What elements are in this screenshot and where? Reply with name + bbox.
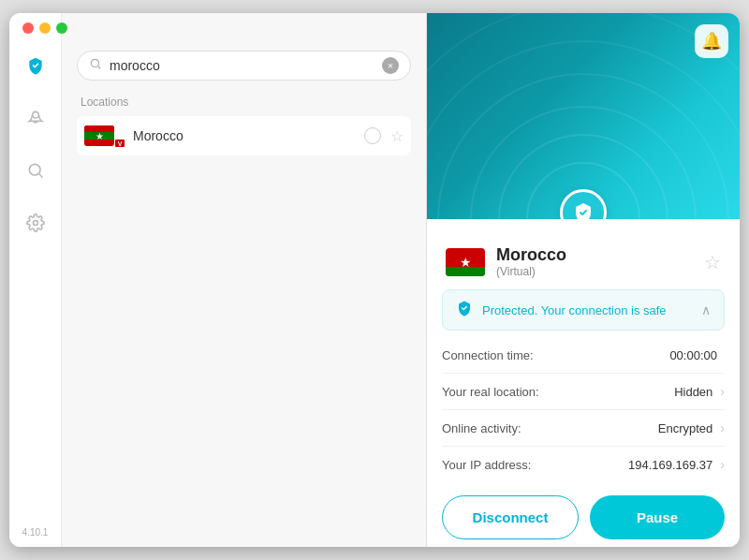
ip-address-label: Your IP address:: [442, 458, 628, 472]
location-flag-large: ★: [446, 248, 485, 276]
online-activity-label: Online activity:: [442, 421, 658, 435]
minimize-dot[interactable]: [39, 22, 51, 34]
disconnect-button[interactable]: Disconnect: [442, 495, 579, 539]
svg-point-1: [29, 164, 40, 175]
chevron-right-icon-2: ›: [720, 420, 725, 435]
ip-address-value: 194.169.169.37: [628, 458, 712, 472]
location-name: Morocco: [133, 128, 364, 143]
sidebar-item-settings[interactable]: [21, 208, 51, 238]
location-radio[interactable]: [364, 127, 381, 144]
sidebar: 4.10.1: [9, 13, 62, 547]
right-panel: 🔔 ★ Morocco (Virtual) ☆: [427, 13, 740, 547]
favorite-large-button[interactable]: ☆: [704, 251, 721, 273]
titlebar: [22, 22, 67, 34]
chevron-up-icon: ∧: [701, 302, 711, 317]
search-icon: [89, 57, 102, 74]
search-input[interactable]: [110, 58, 382, 73]
status-bar[interactable]: Protected. Your connection is safe ∧: [442, 289, 725, 331]
real-location-row[interactable]: Your real location: Hidden ›: [442, 374, 725, 410]
search-panel: × Locations ★ V Morocco ☆: [62, 13, 427, 547]
chevron-right-icon: ›: [720, 384, 725, 399]
action-buttons: Disconnect Pause: [427, 482, 740, 547]
location-name-large: Morocco: [496, 245, 566, 265]
online-activity-value: Encrypted: [658, 421, 713, 435]
clear-search-button[interactable]: ×: [382, 57, 399, 74]
list-item[interactable]: ★ V Morocco ☆: [77, 116, 411, 155]
hero-section: 🔔: [427, 13, 740, 219]
real-location-label: Your real location:: [442, 385, 674, 399]
location-info: ★ Morocco (Virtual) ☆: [427, 219, 740, 289]
notification-button[interactable]: 🔔: [695, 24, 728, 58]
maximize-dot[interactable]: [56, 22, 67, 34]
app-window: 4.10.1 × Locations ★ V Morocco ☆: [9, 13, 740, 547]
svg-point-0: [32, 111, 38, 118]
virtual-badge: V: [114, 139, 125, 148]
connection-time-label: Connection time:: [442, 348, 669, 362]
sidebar-item-alerts[interactable]: [21, 103, 51, 133]
morocco-flag: ★: [84, 125, 114, 146]
svg-line-5: [98, 66, 101, 69]
status-text: Protected. Your connection is safe: [482, 303, 701, 317]
status-shield-icon: [456, 300, 473, 320]
sidebar-item-vpn[interactable]: [21, 51, 51, 81]
favorite-button[interactable]: ☆: [390, 127, 404, 145]
real-location-value: Hidden: [674, 385, 712, 399]
background-arcs: [427, 13, 740, 219]
search-box: ×: [77, 51, 411, 81]
pause-button[interactable]: Pause: [590, 495, 725, 539]
version-label: 4.10.1: [22, 527, 49, 538]
connection-time-value: 00:00:00: [669, 348, 717, 362]
location-subtitle: (Virtual): [496, 265, 566, 278]
close-dot[interactable]: [22, 22, 34, 34]
connection-time-row[interactable]: Connection time: 00:00:00: [442, 338, 725, 374]
svg-point-3: [33, 221, 37, 226]
locations-header: Locations: [77, 96, 411, 109]
flag-star-large: ★: [460, 255, 472, 270]
svg-line-2: [38, 174, 42, 178]
details-section: Connection time: 00:00:00 Your real loca…: [442, 338, 725, 482]
svg-point-11: [427, 13, 740, 219]
online-activity-row[interactable]: Online activity: Encrypted ›: [442, 410, 725, 447]
chevron-right-icon-3: ›: [720, 457, 725, 472]
svg-point-4: [91, 59, 98, 66]
sidebar-item-search[interactable]: [21, 155, 51, 185]
location-text: Morocco (Virtual): [496, 245, 566, 278]
ip-address-row[interactable]: Your IP address: 194.169.169.37 ›: [442, 447, 725, 482]
